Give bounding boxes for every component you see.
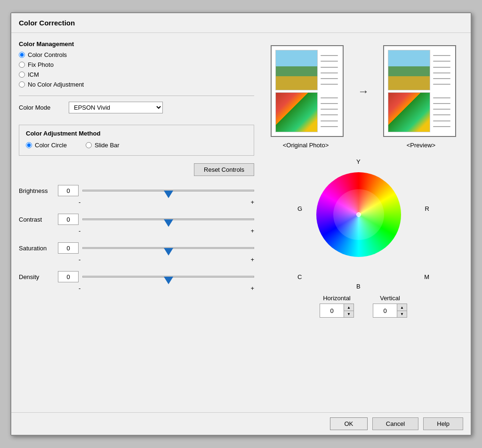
- thumb-flowers-preview: [388, 92, 430, 133]
- color-adjustment-box: Color Adjustment Method Color Circle Sli…: [19, 125, 254, 156]
- density-track-container[interactable]: [82, 270, 254, 284]
- horizontal-decrement-button[interactable]: ▼: [344, 311, 353, 317]
- original-thumbnail: [271, 45, 344, 137]
- color-wheel[interactable]: [316, 172, 401, 257]
- preview-thumbnail: [383, 45, 456, 137]
- label-y: Y: [356, 158, 361, 165]
- density-label: Density: [19, 273, 54, 280]
- saturation-row: Saturation - +: [19, 241, 254, 263]
- cancel-button[interactable]: Cancel: [372, 417, 418, 430]
- preview-labels-row: <Original Photo> <Preview>: [269, 142, 458, 149]
- dialog-footer: OK Cancel Help: [11, 412, 471, 435]
- horizontal-group: Horizontal ▲ ▼: [320, 295, 354, 318]
- horizontal-input-row: ▲ ▼: [320, 304, 354, 318]
- density-input[interactable]: [58, 271, 79, 282]
- brightness-row: Brightness - +: [19, 184, 254, 206]
- saturation-label: Saturation: [19, 245, 54, 252]
- label-g: G: [297, 205, 302, 212]
- radio-color-controls[interactable]: Color Controls: [19, 51, 254, 58]
- thumb-row-bottom-original: [275, 92, 339, 133]
- label-r: R: [425, 205, 429, 212]
- vertical-decrement-button[interactable]: ▼: [397, 311, 407, 317]
- radio-color-circle-input[interactable]: [26, 142, 32, 148]
- radio-no-color-adjustment-label: No Color Adjustment: [28, 81, 84, 88]
- saturation-minus: -: [79, 256, 80, 263]
- reset-controls-button[interactable]: Reset Controls: [194, 163, 254, 176]
- vertical-increment-button[interactable]: ▲: [397, 304, 407, 311]
- ok-button[interactable]: OK: [330, 417, 368, 430]
- brightness-track: [82, 190, 254, 192]
- horizontal-spin-buttons: ▲ ▼: [344, 304, 353, 317]
- vertical-label: Vertical: [380, 295, 400, 302]
- saturation-input[interactable]: [58, 242, 79, 254]
- dialog-title: Color Correction: [11, 13, 471, 33]
- horizontal-increment-button[interactable]: ▲: [344, 304, 353, 311]
- left-panel: Color Management Color Controls Fix Phot…: [19, 40, 254, 405]
- wheel-center-dot: [356, 212, 361, 217]
- saturation-marks: - +: [19, 256, 254, 263]
- vertical-input[interactable]: [373, 304, 397, 317]
- radio-color-controls-input[interactable]: [19, 52, 25, 58]
- thumb-landscape-preview: [388, 50, 430, 90]
- radio-slide-bar-input[interactable]: [86, 142, 92, 148]
- thumb-row-top-preview: [388, 50, 451, 90]
- density-marks: - +: [19, 285, 254, 292]
- saturation-thumb: [164, 248, 173, 256]
- density-slider-main: Density: [19, 270, 254, 284]
- contrast-row: Contrast - +: [19, 212, 254, 234]
- saturation-track: [82, 247, 254, 249]
- brightness-marks: - +: [19, 199, 254, 206]
- radio-icm-input[interactable]: [19, 72, 25, 78]
- radio-no-color-adjustment[interactable]: No Color Adjustment: [19, 81, 254, 88]
- contrast-plus: +: [250, 227, 254, 234]
- contrast-thumb: [164, 219, 173, 227]
- color-circle-labels: Y G R C M B: [297, 158, 429, 290]
- radio-color-circle[interactable]: Color Circle: [26, 142, 67, 149]
- radio-fix-photo[interactable]: Fix Photo: [19, 61, 254, 68]
- radio-icm[interactable]: ICM: [19, 71, 254, 78]
- saturation-track-container[interactable]: [82, 241, 254, 255]
- contrast-marks: - +: [19, 227, 254, 234]
- contrast-input[interactable]: [58, 214, 79, 225]
- contrast-minus: -: [79, 227, 80, 234]
- brightness-thumb: [164, 191, 173, 198]
- label-c: C: [297, 273, 302, 280]
- density-thumb: [164, 277, 173, 284]
- horizontal-input[interactable]: [320, 304, 344, 317]
- color-mode-row: Color Mode EPSON Vivid Adobe RGB sRGB: [19, 102, 254, 113]
- label-m: M: [424, 273, 429, 280]
- thumb-text-original-top: [320, 50, 339, 90]
- color-mode-label: Color Mode: [19, 104, 61, 111]
- brightness-track-container[interactable]: [82, 184, 254, 198]
- brightness-input[interactable]: [58, 185, 79, 196]
- color-management-group: Color Controls Fix Photo ICM No Color Ad…: [19, 51, 254, 88]
- radio-fix-photo-label: Fix Photo: [28, 61, 54, 68]
- radio-slide-bar-label: Slide Bar: [95, 142, 120, 149]
- original-photo-label: <Original Photo>: [269, 142, 342, 149]
- color-management-label: Color Management: [19, 40, 254, 48]
- thumb-text-original-bottom: [320, 92, 339, 133]
- color-mode-select[interactable]: EPSON Vivid Adobe RGB sRGB: [69, 102, 163, 113]
- contrast-label: Contrast: [19, 216, 54, 223]
- radio-color-controls-label: Color Controls: [28, 51, 67, 58]
- radio-no-color-adjustment-input[interactable]: [19, 81, 25, 88]
- brightness-plus: +: [250, 199, 254, 206]
- help-button[interactable]: Help: [423, 417, 463, 430]
- color-adjustment-radio-row: Color Circle Slide Bar: [26, 142, 247, 149]
- density-plus: +: [250, 285, 254, 292]
- density-minus: -: [79, 285, 80, 292]
- separator-1: [19, 96, 254, 96]
- saturation-slider-main: Saturation: [19, 241, 254, 255]
- slider-section: Brightness - +: [19, 184, 254, 292]
- radio-fix-photo-input[interactable]: [19, 62, 25, 68]
- thumb-landscape-original: [275, 50, 318, 90]
- vertical-spin-buttons: ▲ ▼: [397, 304, 407, 317]
- color-adjustment-label: Color Adjustment Method: [26, 130, 247, 137]
- brightness-minus: -: [79, 199, 80, 206]
- radio-slide-bar[interactable]: Slide Bar: [86, 142, 120, 149]
- density-row: Density - +: [19, 270, 254, 292]
- contrast-track-container[interactable]: [82, 212, 254, 226]
- preview-label: <Preview>: [385, 142, 458, 149]
- vertical-input-row: ▲ ▼: [373, 304, 407, 318]
- hv-inputs: Horizontal ▲ ▼ Vertical: [320, 295, 407, 318]
